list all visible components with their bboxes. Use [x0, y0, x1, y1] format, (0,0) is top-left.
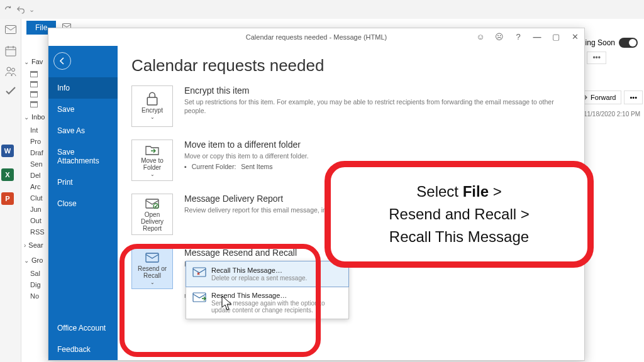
svg-rect-9 — [193, 268, 206, 277]
nav-save[interactable]: Save — [48, 99, 118, 120]
office-app-icons: W X P — [1, 145, 14, 205]
message-action-buttons: Forward ••• — [575, 90, 643, 104]
svg-rect-8 — [146, 253, 158, 262]
main-titlebar: ⌄ — [0, 0, 644, 19]
nav-save-as[interactable]: Save As — [48, 120, 118, 141]
nav-close[interactable]: Close — [48, 193, 118, 214]
nav-feedback[interactable]: Feedback — [48, 339, 118, 360]
emoji-icon[interactable]: ☺ — [474, 30, 487, 43]
nav-print[interactable]: Print — [48, 172, 118, 193]
move-to-folder-button[interactable]: Move to Folder ⌄ — [131, 140, 173, 181]
people-rail-icon[interactable] — [5, 65, 16, 77]
svg-point-4 — [11, 69, 14, 72]
nav-info[interactable]: Info — [48, 77, 118, 99]
message-date: 11/18/2020 2:10 PM — [584, 111, 640, 118]
dropdown-caret-icon[interactable]: ⌄ — [29, 6, 35, 14]
help-icon[interactable]: ? — [511, 30, 525, 43]
window-title: Calendar requests needed - Message (HTML… — [246, 33, 387, 41]
minimize-icon[interactable]: — — [530, 30, 544, 43]
powerpoint-icon[interactable]: P — [1, 192, 14, 205]
annotation-callout: Select File > Resend and Recall > Recall… — [325, 161, 594, 268]
page-title: Calendar requests needed — [131, 56, 570, 75]
svg-rect-2 — [6, 47, 16, 56]
back-button[interactable] — [53, 52, 71, 70]
window-controls: ☺ ☹ ? — ▢ ✕ — [474, 30, 582, 43]
recall-icon — [192, 266, 206, 278]
encrypt-desc: Set up restrictions for this item. For e… — [184, 97, 570, 115]
word-icon[interactable]: W — [1, 145, 14, 157]
encrypt-button[interactable]: Encrypt ⌄ — [131, 85, 173, 127]
excel-icon[interactable]: X — [1, 168, 14, 181]
resend-or-recall-button[interactable]: Resend or Recall ⌄ — [131, 248, 173, 289]
maximize-icon[interactable]: ▢ — [549, 30, 563, 43]
mail-rail-icon[interactable] — [5, 25, 16, 36]
message-titlebar: Calendar requests needed - Message (HTML… — [48, 28, 584, 46]
resend-icon — [192, 292, 206, 303]
tasks-rail-icon[interactable] — [5, 85, 16, 97]
resend-recall-dropdown: Recall This Message… Delete or replace a… — [186, 261, 349, 319]
delivery-report-icon — [145, 197, 159, 210]
lock-icon — [145, 92, 159, 106]
encrypt-heading: Encrypt this item — [184, 85, 570, 96]
encrypt-section: Encrypt ⌄ Encrypt this item Set up restr… — [131, 85, 570, 127]
emoji-sad-icon[interactable]: ☹ — [492, 30, 506, 43]
recall-this-message-item[interactable]: Recall This Message… Delete or replace a… — [186, 261, 349, 287]
svg-rect-5 — [147, 97, 157, 105]
nav-save-attachments[interactable]: Save Attachments — [48, 141, 118, 172]
undo-icon[interactable] — [16, 5, 25, 14]
svg-rect-1 — [5, 26, 16, 34]
resend-this-message-item[interactable]: Resend This Message… Send a message agai… — [186, 287, 348, 319]
folder-move-icon — [145, 143, 159, 156]
open-delivery-report-button[interactable]: Open Delivery Report — [131, 194, 173, 235]
toggle-icon[interactable] — [619, 38, 638, 48]
backstage-nav: Info Save Save As Save Attachments Print… — [48, 46, 118, 360]
more-actions-button[interactable]: ••• — [624, 90, 643, 104]
callout-text: Select File > Resend and Recall > Recall… — [389, 180, 529, 248]
close-icon[interactable]: ✕ — [568, 30, 582, 43]
svg-point-3 — [7, 67, 11, 71]
move-desc: Move or copy this item to a different fo… — [184, 151, 570, 160]
autosave-icon — [4, 5, 13, 14]
move-heading: Move item to a different folder — [184, 140, 570, 150]
nav-office-account[interactable]: Office Account — [48, 317, 118, 339]
calendar-rail-icon[interactable] — [5, 45, 16, 57]
more-button[interactable]: ••• — [587, 52, 606, 64]
resend-recall-icon — [145, 251, 159, 264]
